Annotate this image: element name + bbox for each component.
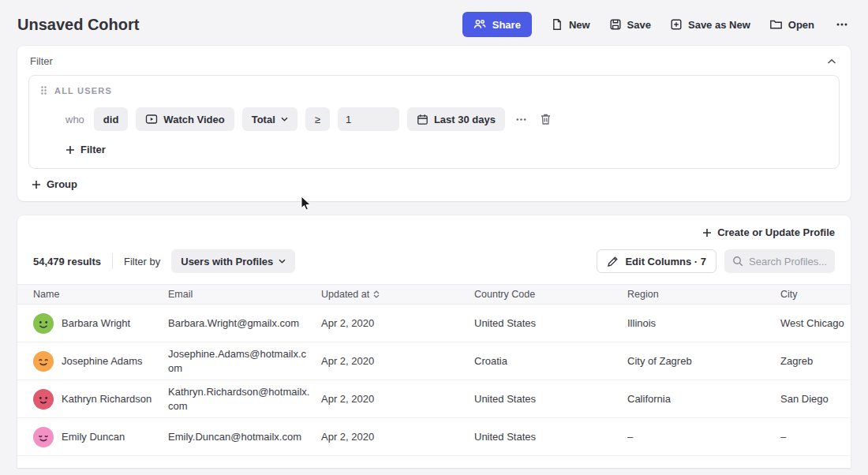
profile-updated-at: Apr 2, 2020: [321, 355, 474, 367]
save-icon: [609, 18, 622, 31]
operator-selector[interactable]: ≥: [305, 107, 330, 131]
pencil-icon: [607, 256, 619, 267]
profile-updated-at: Apr 2, 2020: [321, 393, 474, 405]
condition-more-button[interactable]: [513, 111, 529, 128]
profile-country: United States: [474, 431, 627, 443]
profile-email: Josephine.Adams@hotmailx.com: [168, 347, 321, 375]
filter-condition-row: who did Watch Video Total: [65, 107, 829, 131]
toolbar: Share New Save: [462, 12, 851, 37]
profile-name: Kathryn Richardson: [62, 393, 152, 405]
filter-panel: Filter ALL USERS who did: [17, 46, 851, 201]
filter-panel-title: Filter: [30, 55, 53, 67]
table-row[interactable]: Josephine Adams Josephine.Adams@hotmailx…: [17, 342, 851, 380]
create-or-update-profile-button[interactable]: Create or Update Profile: [702, 226, 835, 238]
column-header-city[interactable]: City: [780, 289, 851, 300]
more-actions-button[interactable]: [833, 16, 851, 33]
table-header-row: Name Email Updated at Country Code Regio…: [17, 284, 851, 305]
group-label: ALL USERS: [54, 86, 112, 95]
threshold-input[interactable]: [338, 107, 399, 131]
video-icon: [145, 114, 158, 125]
profile-region: California: [627, 393, 780, 405]
top-header: Unsaved Cohort Share New: [0, 0, 868, 46]
avatar: [33, 427, 54, 447]
open-button[interactable]: Open: [769, 18, 814, 31]
table-row[interactable]: Barbara Wright Barbara.Wright@gmailx.com…: [17, 305, 851, 342]
profiles-filter-dropdown[interactable]: Users with Profiles: [171, 249, 295, 273]
table-row[interactable]: Emily Duncan Emily.Duncan@hotmailx.com A…: [17, 418, 851, 456]
add-group-button[interactable]: Group: [32, 178, 77, 190]
collapse-filter-button[interactable]: [825, 57, 838, 66]
plus-icon: [702, 228, 712, 238]
chevron-down-icon: [281, 117, 288, 122]
profile-city: Zagreb: [780, 355, 851, 367]
profile-country: United States: [474, 393, 627, 405]
search-profiles-box: [724, 249, 835, 273]
date-range-selector[interactable]: Last 30 days: [407, 107, 505, 131]
divider: [112, 253, 113, 269]
new-file-icon: [551, 18, 563, 31]
results-count: 54,479 results: [33, 256, 101, 267]
add-filter-button[interactable]: Filter: [65, 144, 106, 155]
plus-icon: [65, 145, 75, 155]
did-selector[interactable]: did: [94, 107, 129, 131]
search-profiles-input[interactable]: [749, 256, 827, 267]
edit-columns-button[interactable]: Edit Columns · 7: [597, 249, 716, 273]
profile-city: West Chicago: [780, 317, 851, 329]
column-header-region[interactable]: Region: [627, 289, 780, 300]
aggregation-selector[interactable]: Total: [242, 107, 297, 131]
share-users-icon: [473, 18, 486, 31]
profile-region: Illinois: [627, 317, 780, 329]
profile-updated-at: Apr 2, 2020: [321, 431, 474, 443]
profile-country: United States: [474, 317, 627, 329]
save-as-new-button[interactable]: Save as New: [670, 18, 750, 31]
delete-condition-button[interactable]: [537, 110, 554, 128]
filter-by-label: Filter by: [124, 256, 160, 267]
profile-updated-at: Apr 2, 2020: [321, 317, 474, 329]
profile-city: San Diego: [780, 393, 851, 405]
column-header-email[interactable]: Email: [168, 289, 321, 300]
new-button[interactable]: New: [551, 18, 590, 31]
results-panel: Create or Update Profile 54,479 results …: [17, 215, 851, 468]
search-icon: [732, 256, 743, 267]
column-header-country-code[interactable]: Country Code: [474, 289, 627, 300]
results-controls: 54,479 results Filter by Users with Prof…: [17, 241, 851, 284]
page-title: Unsaved Cohort: [17, 16, 139, 34]
avatar: [33, 313, 54, 334]
share-button[interactable]: Share: [462, 12, 532, 37]
table-row[interactable]: Kathryn Richardson Kathryn.Richardson@ho…: [17, 380, 851, 418]
sort-icon[interactable]: [373, 290, 380, 298]
save-button[interactable]: Save: [609, 18, 651, 31]
avatar: [33, 389, 54, 410]
column-header-name[interactable]: Name: [17, 289, 168, 300]
profile-name: Josephine Adams: [62, 355, 143, 367]
plus-icon: [32, 180, 41, 189]
save-as-new-icon: [670, 18, 683, 31]
profile-name: Barbara Wright: [62, 317, 130, 329]
profile-name: Emily Duncan: [62, 431, 125, 443]
chevron-down-icon: [279, 259, 286, 264]
profile-email: Kathryn.Richardson@hotmailx.com: [168, 385, 321, 413]
drag-handle-icon[interactable]: [40, 85, 47, 95]
event-selector[interactable]: Watch Video: [136, 107, 234, 131]
profile-city: –: [780, 431, 851, 443]
profile-email: Emily.Duncan@hotmailx.com: [168, 430, 321, 444]
profile-country: Croatia: [474, 355, 627, 367]
who-label: who: [65, 114, 84, 125]
avatar: [33, 351, 54, 372]
calendar-icon: [417, 114, 428, 125]
folder-icon: [769, 18, 783, 31]
cohort-group: ALL USERS who did Watch Video Total: [28, 75, 840, 169]
profile-region: City of Zagreb: [627, 355, 780, 367]
column-header-updated-at[interactable]: Updated at: [321, 289, 474, 300]
profile-email: Barbara.Wright@gmailx.com: [168, 316, 321, 331]
profiles-table: Name Email Updated at Country Code Regio…: [17, 284, 851, 456]
profile-region: –: [627, 431, 780, 443]
